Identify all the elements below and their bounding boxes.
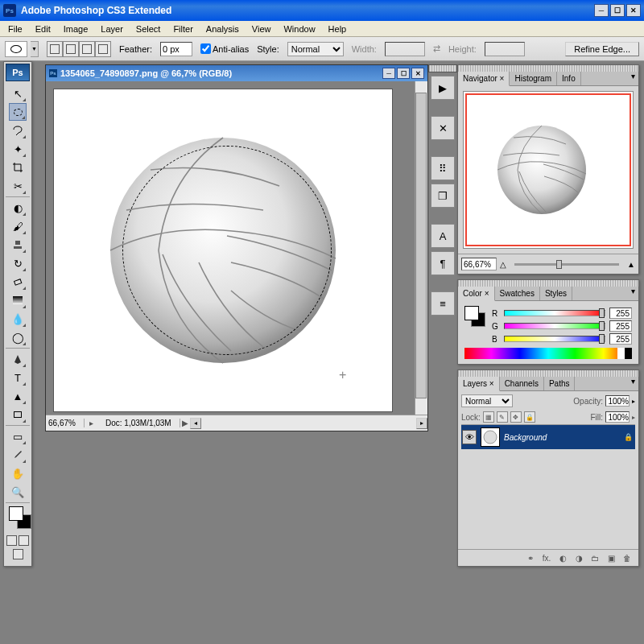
standard-mode[interactable] [6,535,17,546]
color-swatch-box[interactable] [464,306,487,328]
type-tool[interactable]: T [9,369,27,386]
brush-tool[interactable]: 🖌 [9,217,27,235]
canvas-area[interactable]: + [46,81,427,415]
move-tool[interactable]: ↖ [9,85,27,102]
delete-layer-icon[interactable]: 🗑 [619,551,635,564]
gradient-tool[interactable] [9,291,27,309]
lock-all-icon[interactable]: 🔒 [524,411,535,423]
selection-add[interactable] [63,41,79,57]
close-button[interactable]: ✕ [626,4,641,17]
feather-input[interactable] [160,42,192,56]
tools-panel-icon[interactable]: ✕ [431,116,455,140]
refine-edge-button[interactable]: Refine Edge... [565,42,639,56]
navigator-zoom-input[interactable] [461,258,497,270]
r-input[interactable] [609,308,632,319]
tool-preset-dropdown[interactable]: ▼ [31,41,39,57]
lock-transparency-icon[interactable]: ▦ [483,411,494,423]
new-layer-icon[interactable]: ▣ [603,551,619,564]
doc-minimize-button[interactable]: ─ [382,68,395,79]
selection-intersect[interactable] [95,41,111,57]
zoom-in-icon[interactable]: ▲ [627,260,635,269]
dodge-tool[interactable]: ◯ [9,328,27,346]
clone-stamp-tool[interactable] [9,236,27,254]
b-input[interactable] [609,333,632,345]
navigator-zoom-slider[interactable] [514,263,619,266]
nav-collapse-icon[interactable]: ▶ [431,76,455,100]
tool-preset[interactable] [5,41,27,57]
slice-tool[interactable]: ✂ [9,177,27,195]
selection-subtract[interactable] [79,41,95,57]
tab-color[interactable]: Color × [458,287,495,301]
tab-paths[interactable]: Paths [544,377,576,390]
blend-mode-select[interactable]: Normal [461,394,513,407]
zoom-out-icon[interactable]: △ [500,260,506,269]
crop-tool[interactable] [9,159,27,176]
menu-filter[interactable]: Filter [167,24,199,34]
style-select[interactable]: Normal [287,42,344,56]
menu-layer[interactable]: Layer [94,24,130,34]
foreground-color-swatch[interactable] [9,506,23,521]
status-menu-icon[interactable]: ▸ [85,419,97,427]
history-brush-tool[interactable]: ↻ [9,254,27,272]
vertical-scrollbar[interactable] [415,81,427,415]
layer-mask-icon[interactable]: ◐ [555,551,571,564]
menu-window[interactable]: Window [277,24,321,34]
tab-styles[interactable]: Styles [540,287,572,300]
menu-select[interactable]: Select [130,24,167,34]
selection-new[interactable] [47,41,63,57]
lasso-tool[interactable] [9,122,27,139]
lock-position-icon[interactable]: ✥ [510,411,522,423]
menu-view[interactable]: View [246,24,278,34]
magic-wand-tool[interactable]: ✦ [9,140,27,158]
panel-grab-handle[interactable] [458,65,638,72]
zoom-field[interactable]: 66,67% [46,419,85,427]
eraser-tool[interactable] [9,273,27,291]
paragraph-panel-icon[interactable]: ¶ [431,251,455,275]
screen-mode[interactable] [13,549,23,559]
minimize-button[interactable]: ─ [594,4,609,17]
shape-tool[interactable] [9,406,27,423]
brushes-panel-icon[interactable]: ⠿ [431,156,455,180]
panel-menu-icon[interactable]: ▾ [628,72,638,85]
opacity-input[interactable] [605,395,630,407]
menu-analysis[interactable]: Analysis [200,24,246,34]
new-group-icon[interactable]: 🗀 [587,551,603,564]
hand-tool[interactable]: ✋ [9,464,27,482]
opacity-dropdown-icon[interactable]: ▸ [632,398,635,405]
dock-grab-handle[interactable] [428,64,457,72]
canvas[interactable]: + [54,89,392,411]
character-panel-icon[interactable]: A [431,224,455,248]
link-layers-icon[interactable]: ⚭ [522,551,539,564]
layer-row-background[interactable]: 👁 Background 🔒 [461,425,635,449]
menu-help[interactable]: Help [322,24,353,34]
fill-dropdown-icon[interactable]: ▸ [632,414,635,421]
tab-layers[interactable]: Layers × [458,377,500,391]
layer-thumbnail[interactable] [481,427,500,447]
r-slider[interactable] [504,310,605,316]
doc-close-button[interactable]: ✕ [411,68,424,79]
antialias-checkbox[interactable] [200,43,211,54]
layers-collapse-icon[interactable]: ≡ [431,291,455,316]
zoom-tool[interactable]: 🔍 [9,483,27,501]
navigator-viewport[interactable] [465,93,631,246]
menu-image[interactable]: Image [57,24,95,34]
menu-file[interactable]: File [2,24,29,34]
clone-panel-icon[interactable]: ❐ [431,184,455,208]
layer-name[interactable]: Background [504,433,620,442]
adjustment-layer-icon[interactable]: ◑ [571,551,587,564]
fill-input[interactable] [605,411,630,423]
path-selection-tool[interactable]: ▲ [9,387,27,405]
healing-brush-tool[interactable]: ◐ [9,199,27,217]
g-input[interactable] [609,320,632,332]
menu-edit[interactable]: Edit [29,24,57,34]
document-titlebar[interactable]: Ps 1354065_74890897.png @ 66,7% (RGB/8) … [46,65,427,81]
doc-maximize-button[interactable]: ☐ [397,68,410,79]
status-arrow-icon[interactable]: ▶ [180,419,190,427]
tab-navigator[interactable]: Navigator × [458,72,510,86]
tab-histogram[interactable]: Histogram [510,72,557,85]
eyedropper-tool[interactable] [9,446,27,464]
tab-channels[interactable]: Channels [500,377,544,390]
panel-grab-handle[interactable] [458,280,638,287]
layer-visibility-icon[interactable]: 👁 [462,430,477,444]
color-spectrum[interactable] [464,348,632,359]
